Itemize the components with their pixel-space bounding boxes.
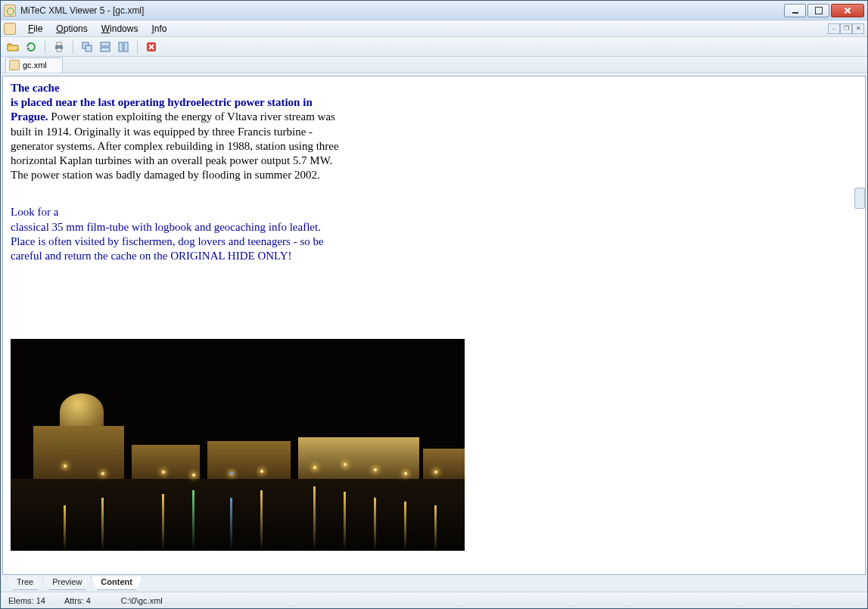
app-icon bbox=[4, 5, 16, 17]
open-button[interactable] bbox=[5, 39, 20, 54]
tab-preview-label: Preview bbox=[52, 577, 82, 586]
menu-info-label: nfo bbox=[154, 23, 167, 34]
toolbar bbox=[1, 37, 867, 57]
mdi-controls: – ❐ ✕ bbox=[828, 23, 864, 34]
svg-rect-8 bbox=[124, 42, 128, 51]
toolbar-separator bbox=[137, 40, 138, 54]
maximize-button[interactable] bbox=[807, 4, 829, 17]
document-icon bbox=[9, 60, 20, 70]
svg-rect-6 bbox=[101, 48, 110, 51]
window-controls bbox=[784, 4, 864, 17]
view-tabs: Tree Preview Content bbox=[1, 576, 867, 592]
paragraph-1: The cache is placed near the last operat… bbox=[11, 81, 344, 182]
svg-rect-7 bbox=[119, 42, 123, 51]
document-tab[interactable]: gc.xml bbox=[5, 57, 63, 73]
close-doc-button[interactable] bbox=[144, 39, 159, 54]
tab-content-label: Content bbox=[101, 577, 132, 586]
tile-horizontal-button[interactable] bbox=[98, 39, 113, 54]
print-button[interactable] bbox=[51, 39, 67, 54]
svg-rect-5 bbox=[101, 42, 110, 46]
mdi-minimize-button[interactable]: – bbox=[828, 23, 840, 34]
toolbar-separator bbox=[73, 40, 73, 54]
menu-file-label: ile bbox=[33, 23, 42, 34]
scrollbar-thumb[interactable] bbox=[854, 188, 865, 209]
status-path: C:\0\gc.xml bbox=[121, 596, 163, 605]
window-title: MiTeC XML Viewer 5 - [gc.xml] bbox=[20, 5, 784, 16]
content-pane[interactable]: The cache is placed near the last operat… bbox=[2, 76, 866, 575]
svg-rect-4 bbox=[86, 45, 92, 51]
vertical-scrollbar[interactable] bbox=[853, 74, 866, 592]
menubar: File Options Windows Info – ❐ ✕ bbox=[1, 20, 867, 37]
document-tabs: gc.xml bbox=[1, 57, 867, 73]
document-tab-label: gc.xml bbox=[23, 61, 47, 70]
minimize-button[interactable] bbox=[784, 4, 806, 17]
menu-windows-label: indows bbox=[110, 23, 138, 34]
tab-preview[interactable]: Preview bbox=[42, 576, 92, 590]
menu-options[interactable]: Options bbox=[50, 22, 93, 36]
tab-tree[interactable]: Tree bbox=[7, 576, 43, 590]
tile-vertical-button[interactable] bbox=[116, 39, 131, 54]
svg-rect-1 bbox=[57, 42, 61, 45]
menu-windows[interactable]: Windows bbox=[95, 22, 145, 36]
status-attrs: Attrs: 4 bbox=[64, 596, 91, 605]
cascade-button[interactable] bbox=[79, 39, 95, 54]
toolbar-separator bbox=[45, 40, 45, 54]
workspace: The cache is placed near the last operat… bbox=[1, 73, 867, 592]
menu-info[interactable]: Info bbox=[145, 22, 173, 36]
menu-file[interactable]: File bbox=[22, 22, 48, 36]
close-button[interactable] bbox=[831, 4, 864, 17]
refresh-button[interactable] bbox=[23, 39, 39, 54]
mdi-close-button[interactable]: ✕ bbox=[852, 23, 864, 34]
paragraph-2: Look for a classical 35 mm film-tube wit… bbox=[11, 205, 336, 263]
tab-content[interactable]: Content bbox=[91, 576, 142, 590]
embedded-image bbox=[11, 339, 465, 551]
menu-app-icon[interactable] bbox=[4, 23, 16, 35]
titlebar[interactable]: MiTeC XML Viewer 5 - [gc.xml] bbox=[1, 1, 867, 20]
statusbar: Elems: 14 Attrs: 4 C:\0\gc.xml bbox=[1, 592, 867, 608]
app-window: MiTeC XML Viewer 5 - [gc.xml] File Optio… bbox=[0, 0, 868, 609]
mdi-restore-button[interactable]: ❐ bbox=[840, 23, 852, 34]
tab-tree-label: Tree bbox=[17, 577, 33, 586]
status-elems: Elems: 14 bbox=[8, 596, 45, 605]
menu-options-label: ptions bbox=[64, 23, 88, 34]
p1-body: Power station exploiting the energy of V… bbox=[11, 110, 339, 181]
svg-rect-2 bbox=[57, 48, 61, 51]
